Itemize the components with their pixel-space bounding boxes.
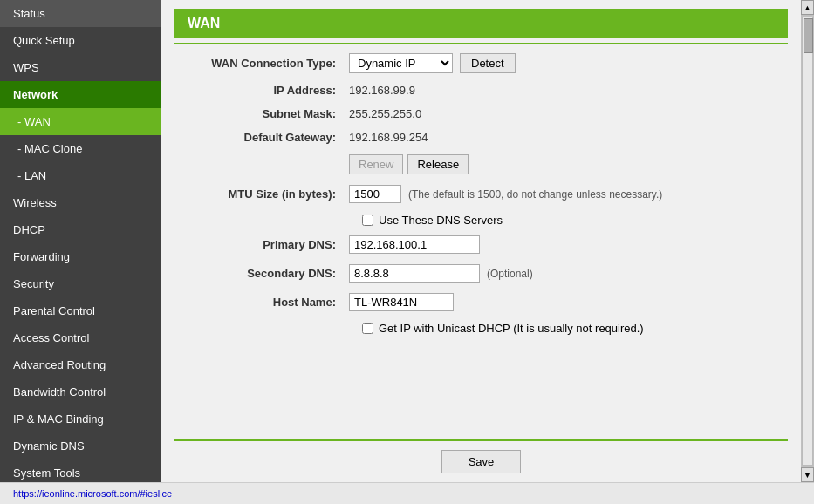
- sidebar-item-advanced-routing[interactable]: Advanced Routing: [0, 351, 161, 378]
- host-name-label: Host Name:: [174, 296, 349, 309]
- sidebar-item-wan[interactable]: - WAN: [0, 108, 161, 135]
- sidebar-item-mac-clone[interactable]: - MAC Clone: [0, 135, 161, 162]
- default-gateway-row: Default Gateway: 192.168.99.254: [174, 131, 788, 144]
- secondary-dns-hint: (Optional): [487, 268, 533, 280]
- sidebar-item-wireless[interactable]: Wireless: [0, 189, 161, 216]
- renew-release-row: Renew Release: [174, 154, 788, 174]
- ip-address-row: IP Address: 192.168.99.9: [174, 84, 788, 97]
- scroll-thumb[interactable]: [804, 18, 813, 53]
- status-bar: https://ieonline.microsoft.com/#ieslice: [0, 482, 814, 504]
- primary-dns-input[interactable]: [349, 235, 480, 254]
- primary-dns-row: Primary DNS:: [174, 235, 788, 254]
- sidebar-item-parental-control[interactable]: Parental Control: [0, 297, 161, 324]
- sidebar-item-security[interactable]: Security: [0, 270, 161, 297]
- detect-button[interactable]: Detect: [460, 53, 516, 73]
- mtu-hint: (The default is 1500, do not change unle…: [408, 188, 662, 201]
- unicast-dhcp-row: Get IP with Unicast DHCP (It is usually …: [174, 322, 788, 335]
- unicast-dhcp-checkbox[interactable]: [362, 323, 373, 334]
- subnet-mask-value: 255.255.255.0: [349, 107, 421, 120]
- subnet-mask-label: Subnet Mask:: [174, 107, 349, 120]
- ip-address-value: 192.168.99.9: [349, 84, 415, 97]
- content-body: WAN Connection Type: Dynamic IP Static I…: [161, 44, 801, 435]
- renew-button[interactable]: Renew: [349, 154, 403, 174]
- sidebar-item-system-tools[interactable]: System Tools: [0, 460, 161, 482]
- scroll-track[interactable]: [802, 17, 813, 466]
- primary-dns-label: Primary DNS:: [174, 238, 349, 251]
- default-gateway-label: Default Gateway:: [174, 131, 349, 144]
- scroll-down-arrow[interactable]: ▼: [801, 467, 814, 482]
- sidebar-item-dynamic-dns[interactable]: Dynamic DNS: [0, 432, 161, 460]
- secondary-dns-input[interactable]: [349, 264, 480, 283]
- mtu-row: MTU Size (in bytes): (The default is 150…: [174, 185, 788, 203]
- use-dns-label: Use These DNS Servers: [379, 214, 503, 227]
- wan-header: WAN: [174, 9, 788, 38]
- sidebar-item-quick-setup[interactable]: Quick Setup: [0, 27, 161, 54]
- sidebar-item-forwarding[interactable]: Forwarding: [0, 243, 161, 270]
- secondary-dns-label: Secondary DNS:: [174, 267, 349, 280]
- sidebar-item-wps[interactable]: WPS: [0, 54, 161, 81]
- sidebar-item-status[interactable]: Status: [0, 0, 161, 27]
- sidebar-item-network[interactable]: Network: [0, 81, 161, 108]
- ip-address-label: IP Address:: [174, 84, 349, 97]
- save-section: Save: [161, 441, 801, 482]
- connection-type-select[interactable]: Dynamic IP Static IP PPPoE BigPond Cable…: [349, 53, 453, 73]
- main-content: WAN WAN Connection Type: Dynamic IP Stat…: [161, 0, 801, 482]
- unicast-dhcp-label: Get IP with Unicast DHCP (It is usually …: [379, 322, 644, 335]
- mtu-label: MTU Size (in bytes):: [174, 187, 349, 201]
- secondary-dns-row: Secondary DNS: (Optional): [174, 264, 788, 283]
- use-dns-checkbox[interactable]: [362, 215, 373, 226]
- default-gateway-value: 192.168.99.254: [349, 131, 428, 144]
- host-name-input[interactable]: [349, 293, 454, 311]
- sidebar-item-access-control[interactable]: Access Control: [0, 324, 161, 351]
- connection-type-row: WAN Connection Type: Dynamic IP Static I…: [174, 53, 788, 73]
- subnet-mask-row: Subnet Mask: 255.255.255.0: [174, 107, 788, 120]
- scroll-up-arrow[interactable]: ▲: [801, 0, 814, 15]
- mtu-input[interactable]: [349, 185, 401, 203]
- status-url: https://ieonline.microsoft.com/#ieslice: [13, 488, 172, 499]
- connection-type-label: WAN Connection Type:: [174, 57, 349, 70]
- sidebar-item-lan[interactable]: - LAN: [0, 162, 161, 189]
- sidebar-item-dhcp[interactable]: DHCP: [0, 216, 161, 243]
- scrollbar: ▲ ▼: [801, 0, 814, 482]
- release-button[interactable]: Release: [407, 154, 469, 174]
- sidebar: Status Quick Setup WPS Network - WAN - M…: [0, 0, 161, 482]
- use-dns-row: Use These DNS Servers: [174, 214, 788, 227]
- sidebar-item-bandwidth-control[interactable]: Bandwidth Control: [0, 378, 161, 405]
- host-name-row: Host Name:: [174, 293, 788, 311]
- sidebar-item-ip-mac-binding[interactable]: IP & MAC Binding: [0, 405, 161, 432]
- save-button[interactable]: Save: [441, 450, 522, 473]
